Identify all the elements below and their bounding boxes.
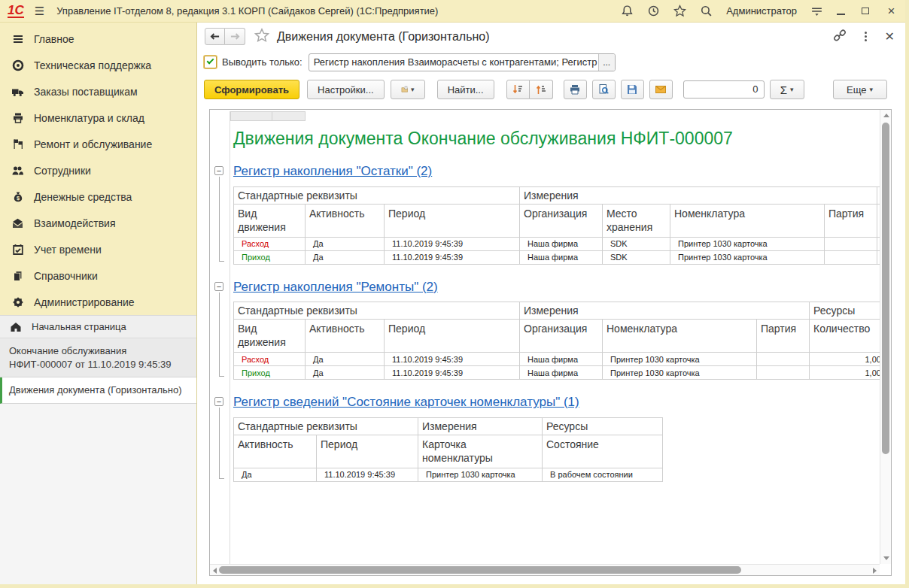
more-button[interactable]: Еще ▾ bbox=[833, 80, 887, 99]
group-header-cell[interactable]: Измерения bbox=[520, 302, 810, 320]
column-header-cell[interactable]: Период bbox=[317, 435, 418, 468]
table-cell[interactable]: Принтер 1030 карточка bbox=[603, 366, 757, 380]
favorite-star-icon[interactable] bbox=[254, 28, 269, 46]
group-header-cell[interactable]: Измерения bbox=[520, 186, 877, 204]
table-cell[interactable]: Принтер 1030 карточка bbox=[603, 353, 757, 366]
filter-choose-button[interactable]: ... bbox=[598, 54, 615, 71]
group-header-cell[interactable]: Стандартные реквизиты bbox=[234, 302, 520, 320]
current-user[interactable]: Администратор bbox=[726, 5, 797, 17]
column-header-cell[interactable]: Активность bbox=[234, 435, 317, 468]
table-cell[interactable]: Наша фирма bbox=[520, 366, 603, 380]
table-cell[interactable]: Да bbox=[234, 468, 317, 481]
column-header-cell[interactable]: Вид движения bbox=[234, 204, 306, 237]
register-link[interactable]: Регистр накопления "Остатки" (2) bbox=[233, 162, 880, 181]
table-cell[interactable]: Наша фирма bbox=[520, 250, 603, 264]
collapse-group-button[interactable]: − bbox=[214, 282, 223, 291]
column-header-cell[interactable]: Состояние bbox=[543, 435, 663, 468]
more-menu-kebab-icon[interactable] bbox=[865, 32, 867, 41]
column-header-cell[interactable]: Партия bbox=[825, 204, 877, 237]
back-button[interactable] bbox=[205, 28, 225, 45]
sidebar-item-money[interactable]: $Денежные средства bbox=[0, 183, 196, 210]
column-header-cell[interactable]: Партия bbox=[757, 320, 810, 353]
table-cell[interactable]: Да bbox=[306, 250, 385, 264]
service-menu-icon[interactable] bbox=[810, 5, 823, 17]
horizontal-scrollbar[interactable] bbox=[210, 564, 880, 575]
column-header-cell[interactable]: Активность bbox=[306, 320, 385, 353]
find-button[interactable]: Найти... bbox=[437, 80, 494, 99]
sidebar-item-time-tracking[interactable]: Учет времени bbox=[0, 236, 196, 262]
column-header-cell[interactable]: Организация bbox=[520, 204, 603, 237]
forward-button[interactable] bbox=[225, 28, 245, 45]
column-header-cell[interactable]: Номенклатура bbox=[603, 320, 757, 353]
column-header-cell[interactable]: Период bbox=[385, 204, 520, 237]
column-header-cell[interactable]: Карточка номенклатуры bbox=[418, 435, 543, 468]
table-cell[interactable]: В рабочем состоянии bbox=[543, 468, 663, 481]
sidebar-item-stock[interactable]: Номенклатура и склад bbox=[0, 105, 196, 131]
favorites-star-icon[interactable] bbox=[673, 5, 686, 17]
generate-button[interactable]: Сформировать bbox=[204, 80, 299, 99]
sort-descending-button[interactable] bbox=[506, 80, 530, 99]
sidebar-item-catalogs[interactable]: Справочники bbox=[0, 262, 196, 289]
group-header-cell[interactable]: Стандартные реквизиты bbox=[234, 417, 418, 435]
sidebar-item-administration[interactable]: Администрирование bbox=[0, 289, 196, 315]
movement-kind-cell[interactable]: Расход bbox=[234, 237, 306, 250]
table-cell[interactable]: Принтер 1030 карточка bbox=[418, 468, 543, 481]
register-link[interactable]: Регистр сведений "Состояние карточек ном… bbox=[233, 393, 880, 412]
send-email-button[interactable] bbox=[649, 80, 673, 99]
table-cell[interactable]: 1,000 bbox=[810, 353, 880, 366]
sidebar-tab-1[interactable]: Окончание обслуживания НФИТ-000007 от 11… bbox=[0, 338, 196, 377]
scroll-right-arrow[interactable] bbox=[873, 568, 877, 574]
column-header-cell[interactable]: Количество bbox=[810, 320, 880, 353]
group-header-cell[interactable]: Измерения bbox=[418, 417, 543, 435]
scroll-down-arrow[interactable] bbox=[883, 556, 889, 560]
save-button[interactable] bbox=[621, 80, 644, 99]
sort-ascending-button[interactable] bbox=[530, 80, 553, 99]
print-button[interactable] bbox=[564, 80, 587, 99]
table-cell[interactable]: Наша фирма bbox=[520, 237, 603, 250]
sidebar-tab-2[interactable]: Движения документа (Горизонтально) bbox=[0, 377, 196, 404]
close-app-button[interactable]: × bbox=[885, 5, 898, 17]
table-cell[interactable]: Принтер 1030 карточка bbox=[670, 237, 825, 250]
table-cell[interactable]: 11.10.2019 9:45:39 bbox=[385, 250, 520, 264]
close-window-button[interactable]: ✕ bbox=[885, 29, 895, 44]
scroll-up-arrow[interactable] bbox=[883, 114, 889, 117]
movement-kind-cell[interactable]: Расход bbox=[234, 353, 306, 366]
settings-button[interactable]: Настройки... bbox=[307, 80, 385, 99]
table-cell[interactable]: 11.10.2019 9:45:39 bbox=[385, 237, 520, 250]
collapse-group-button[interactable]: − bbox=[214, 397, 223, 406]
table-cell[interactable] bbox=[757, 366, 810, 380]
print-preview-button[interactable] bbox=[592, 80, 616, 99]
counter-input[interactable]: 0 bbox=[683, 80, 765, 99]
table-cell[interactable]: 11.10.2019 9:45:39 bbox=[317, 468, 418, 481]
column-header-cell[interactable]: Период bbox=[385, 320, 520, 353]
table-cell[interactable]: 11.10.2019 9:45:39 bbox=[385, 353, 520, 366]
column-header-cell[interactable]: Номенклатура bbox=[670, 204, 825, 237]
table-cell[interactable]: Да bbox=[306, 353, 385, 366]
history-icon[interactable] bbox=[647, 5, 660, 17]
column-header-cell[interactable]: Активность bbox=[306, 204, 385, 237]
movement-kind-cell[interactable]: Приход bbox=[234, 366, 306, 380]
maximize-button[interactable] bbox=[859, 5, 871, 17]
clipboard-button[interactable]: ▾ bbox=[391, 80, 425, 99]
search-icon[interactable] bbox=[700, 5, 713, 17]
table-cell[interactable]: 11.10.2019 9:45:39 bbox=[385, 366, 520, 380]
main-menu-icon[interactable]: ☰ bbox=[35, 5, 44, 18]
collapse-group-button[interactable]: − bbox=[214, 166, 223, 175]
table-cell[interactable]: SDK bbox=[603, 250, 670, 264]
table-cell[interactable]: Принтер 1030 карточка bbox=[670, 250, 825, 264]
table-cell[interactable]: Наша фирма bbox=[520, 353, 603, 366]
table-cell[interactable] bbox=[825, 250, 877, 264]
sidebar-home[interactable]: Начальная страница bbox=[0, 315, 196, 338]
group-header-cell[interactable]: Стандартные реквизиты bbox=[234, 186, 520, 204]
table-cell[interactable]: 1,000 bbox=[810, 366, 880, 380]
table-cell[interactable]: Да bbox=[306, 237, 385, 250]
table-cell[interactable]: SDK bbox=[603, 237, 670, 250]
sidebar-item-staff[interactable]: Сотрудники bbox=[0, 157, 196, 183]
column-header-cell[interactable]: Место хранения bbox=[603, 204, 670, 237]
filter-field[interactable]: Регистр накопления Взаиморасчеты с контр… bbox=[309, 53, 616, 71]
horizontal-scroll-thumb[interactable] bbox=[219, 566, 741, 574]
filter-checkbox[interactable] bbox=[204, 56, 217, 68]
table-cell[interactable]: Да bbox=[306, 366, 385, 380]
table-cell[interactable] bbox=[757, 353, 810, 366]
group-header-cell[interactable]: Ресурсы bbox=[810, 302, 880, 320]
